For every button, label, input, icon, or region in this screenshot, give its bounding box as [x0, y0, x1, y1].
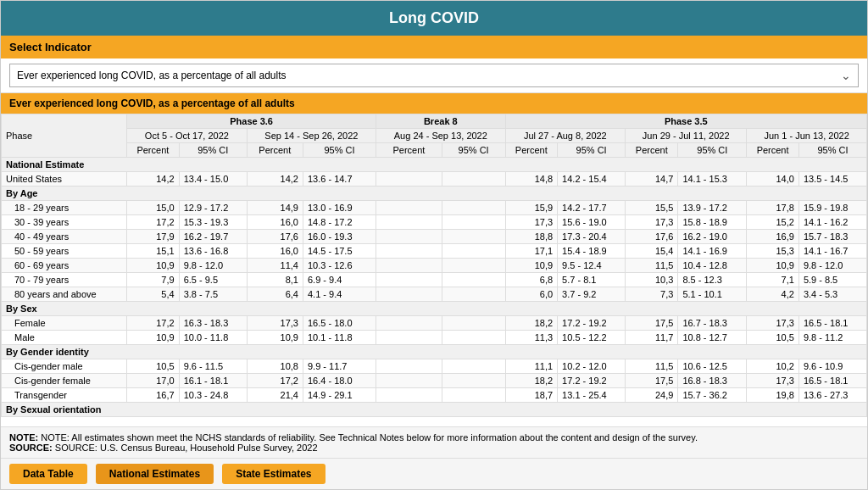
col-percent4: Percent [505, 143, 558, 158]
period-jul27: Jul 27 - Aug 8, 2022 [505, 129, 626, 143]
table-cell [442, 316, 505, 331]
table-cell: 14,0 [747, 172, 799, 187]
row-label: United States [2, 172, 127, 187]
col-ci1: 95% CI [179, 143, 247, 158]
row-label: Cis-gender female [2, 374, 127, 388]
table-cell [376, 244, 442, 259]
table-cell [376, 331, 442, 345]
table-cell: 11,4 [247, 259, 303, 273]
table-cell: 16.7 - 18.3 [678, 316, 747, 331]
row-label: 18 - 29 years [2, 201, 127, 215]
col-ci4: 95% CI [558, 143, 626, 158]
table-cell: 13.6 - 16.8 [179, 244, 247, 259]
row-label: 50 - 59 years [2, 244, 127, 259]
table-cell [442, 230, 505, 244]
section-header: By Sexual orientation [2, 403, 867, 417]
table-cell: 14.1 - 16.2 [798, 215, 866, 230]
indicator-dropdown[interactable]: Ever experienced long COVID, as a percen… [9, 64, 859, 87]
table-cell: 9.8 - 12.0 [798, 259, 866, 273]
table-cell: 5.1 - 10.1 [678, 287, 747, 302]
table-cell: 14.1 - 15.3 [678, 172, 747, 187]
table-cell: 4,2 [747, 287, 799, 302]
table-cell: 10,5 [747, 331, 799, 345]
table-cell [376, 359, 442, 374]
row-label: Transgender [2, 388, 127, 403]
table-cell: 15,5 [626, 201, 678, 215]
page-title: Long COVID [1, 1, 867, 36]
table-cell [376, 273, 442, 287]
table-cell: 16.5 - 18.0 [303, 316, 376, 331]
table-cell: 5,4 [127, 287, 180, 302]
footer-buttons: Data Table National Estimates State Esti… [1, 458, 867, 489]
phase36-header: Phase 3.6 [127, 114, 376, 129]
table-cell: 10.1 - 11.8 [303, 331, 376, 345]
data-table-button[interactable]: Data Table [9, 464, 87, 484]
table-cell: 10,5 [127, 359, 180, 374]
table-cell [376, 230, 442, 244]
table-cell: 11,5 [626, 259, 678, 273]
table-cell [442, 259, 505, 273]
table-cell: 16.5 - 18.1 [798, 316, 866, 331]
table-cell: 15.3 - 19.3 [179, 215, 247, 230]
table-cell: 14.2 - 17.7 [558, 201, 626, 215]
table-cell: 9.6 - 11.5 [179, 359, 247, 374]
table-cell: 6,4 [247, 287, 303, 302]
table-cell: 13.6 - 27.3 [798, 388, 866, 403]
section-header: National Estimate [2, 158, 867, 172]
table-cell: 9.8 - 11.2 [798, 331, 866, 345]
state-estimates-button[interactable]: State Estimates [222, 464, 325, 484]
national-estimates-button[interactable]: National Estimates [96, 464, 214, 484]
table-cell: 18,7 [505, 388, 558, 403]
table-cell: 15.9 - 19.8 [798, 201, 866, 215]
table-cell: 11,1 [505, 359, 558, 374]
table-header-bar: Ever experienced long COVID, as a percen… [1, 93, 867, 114]
table-cell: 15.7 - 18.3 [798, 230, 866, 244]
table-cell: 14.2 - 15.4 [558, 172, 626, 187]
table-cell: 15,4 [626, 244, 678, 259]
phase35-header: Phase 3.5 [505, 114, 866, 129]
table-cell: 10,9 [127, 331, 180, 345]
table-cell: 14,2 [127, 172, 180, 187]
table-cell: 9.9 - 11.7 [303, 359, 376, 374]
col-percent1: Percent [127, 143, 180, 158]
col-phase: Phase [2, 114, 127, 158]
table-cell: 4.1 - 9.4 [303, 287, 376, 302]
data-table-container[interactable]: Phase Phase 3.6 Break 8 Phase 3.5 Oct 5 … [1, 114, 867, 426]
table-cell [376, 287, 442, 302]
table-cell: 10.5 - 12.2 [558, 331, 626, 345]
table-cell: 17.3 - 20.4 [558, 230, 626, 244]
table-cell: 7,1 [747, 273, 799, 287]
table-cell: 16.2 - 19.0 [678, 230, 747, 244]
table-cell: 6,8 [505, 273, 558, 287]
table-cell: 10.4 - 12.8 [678, 259, 747, 273]
table-cell: 14,8 [505, 172, 558, 187]
table-cell: 14.1 - 16.7 [798, 244, 866, 259]
table-cell: 17,6 [626, 230, 678, 244]
table-cell: 10,8 [247, 359, 303, 374]
table-cell: 10,9 [247, 331, 303, 345]
table-cell: 6,0 [505, 287, 558, 302]
table-cell: 14.8 - 17.2 [303, 215, 376, 230]
table-cell: 17,6 [247, 230, 303, 244]
col-ci3: 95% CI [442, 143, 505, 158]
table-cell: 15.6 - 19.0 [558, 215, 626, 230]
period-sep14: Sep 14 - Sep 26, 2022 [247, 129, 376, 143]
table-cell: 17,5 [626, 374, 678, 388]
table-cell [376, 316, 442, 331]
period-aug24: Aug 24 - Sep 13, 2022 [376, 129, 505, 143]
break8-header: Break 8 [376, 114, 505, 129]
row-label: Male [2, 331, 127, 345]
table-cell: 14.9 - 29.1 [303, 388, 376, 403]
row-label: 60 - 69 years [2, 259, 127, 273]
table-cell: 8,1 [247, 273, 303, 287]
table-cell: 9.5 - 12.4 [558, 259, 626, 273]
table-cell: 13.9 - 17.2 [678, 201, 747, 215]
table-cell: 16.5 - 18.1 [798, 374, 866, 388]
table-cell: 11,3 [505, 331, 558, 345]
dropdown-value: Ever experienced long COVID, as a percen… [17, 70, 287, 81]
table-cell: 17,1 [505, 244, 558, 259]
table-cell: 16.4 - 18.0 [303, 374, 376, 388]
data-table: Phase Phase 3.6 Break 8 Phase 3.5 Oct 5 … [1, 114, 867, 417]
table-cell: 10,9 [747, 259, 799, 273]
table-cell: 10,9 [505, 259, 558, 273]
